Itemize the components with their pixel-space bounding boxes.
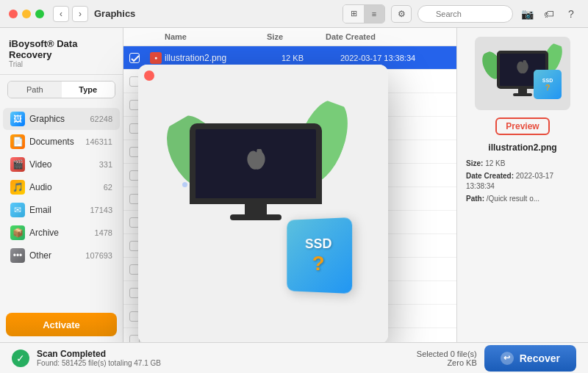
mini-ssd-question: ? (545, 83, 551, 92)
decorative-dot (182, 182, 187, 187)
path-label: Path: (466, 195, 484, 203)
size-label: Size: (466, 159, 483, 167)
activate-button[interactable]: Activate (6, 313, 117, 336)
category-count-archive: 1478 (95, 228, 112, 237)
app-trial: Trial (9, 60, 114, 68)
file-info-size: Size: 12 KB (466, 159, 579, 169)
documents-icon: 📄 (10, 134, 25, 149)
preview-thumbnail: SSD ? (475, 37, 570, 110)
category-name-archive: Archive (29, 228, 95, 238)
sidebar-item-audio[interactable]: 🎵 Audio 62 (3, 176, 120, 198)
file-area: Name Size Date Created ● illustration2.p… (123, 28, 457, 342)
back-button[interactable]: ‹ (53, 6, 69, 22)
monitor-screen (190, 123, 322, 204)
category-count-email: 17143 (90, 206, 112, 214)
file-info: illustration2.png Size: 12 KB Date Creat… (466, 142, 579, 206)
search-input[interactable] (417, 5, 513, 23)
file-info-path: Path: /Quick result o... (466, 194, 579, 204)
recover-icon: ↩ (501, 352, 514, 365)
monitor-stand (245, 204, 267, 214)
sidebar-item-email[interactable]: ✉ Email 17143 (3, 199, 120, 221)
preview-image-area: SSD ? (138, 65, 388, 342)
recover-button[interactable]: ↩ Recover (484, 345, 576, 372)
scan-subtitle: Found: 581425 file(s) totaling 47.1 GB (37, 359, 161, 367)
tab-switch: Path Type (7, 81, 115, 98)
ssd-question-mark: ? (312, 251, 325, 275)
date-label: Date Created: (466, 172, 514, 180)
sidebar: iBoysoft® Data Recovery Trial Path Type … (0, 28, 123, 342)
category-count-documents: 146311 (85, 137, 112, 146)
category-count-video: 331 (99, 160, 112, 169)
search-wrapper: 🔍 (417, 5, 513, 23)
email-icon: ✉ (10, 203, 25, 217)
tag-icon[interactable]: 🏷 (541, 6, 557, 22)
view-list-button[interactable]: ≡ (364, 5, 384, 23)
filter-button[interactable]: ⚙ (391, 5, 412, 23)
nav-arrows: ‹ › (53, 6, 88, 22)
category-name-email: Email (29, 205, 90, 215)
preview-button[interactable]: Preview (495, 117, 549, 135)
mini-ssd-text: SSD (542, 78, 553, 83)
camera-icon[interactable]: 📷 (519, 6, 535, 22)
window-controls (9, 10, 44, 18)
category-name-other: Other (29, 250, 85, 261)
video-icon: 🎬 (10, 157, 25, 172)
category-name-video: Video (29, 159, 99, 170)
preview-popup: SSD ? (138, 65, 388, 342)
selected-count: Selected 0 file(s) (417, 350, 477, 358)
ssd-label: SSD (305, 236, 331, 252)
minimize-button[interactable] (22, 10, 31, 18)
recover-label: Recover (520, 352, 560, 364)
sidebar-item-other[interactable]: ••• Other 107693 (3, 245, 120, 267)
file-table-header: Name Size Date Created (123, 28, 456, 46)
col-header-name: Name (165, 32, 267, 41)
maximize-button[interactable] (35, 10, 44, 18)
category-count-other: 107693 (85, 251, 112, 260)
mini-base (513, 93, 532, 96)
file-info-name: illustration2.png (466, 142, 579, 153)
file-size: 12 KB (282, 54, 340, 62)
file-name: illustration2.png (165, 53, 282, 63)
sidebar-item-video[interactable]: 🎬 Video 331 (3, 153, 120, 175)
selected-size: Zero KB (417, 358, 477, 367)
scan-title: Scan Completed (37, 349, 161, 359)
scan-complete-icon: ✓ (12, 350, 29, 367)
right-panel: SSD ? Preview illustration2.png Size: 12… (457, 28, 588, 342)
row-checkbox[interactable] (129, 53, 140, 63)
tab-type[interactable]: Type (62, 82, 115, 98)
sidebar-item-archive[interactable]: 📦 Archive 1478 (3, 222, 120, 244)
category-count-audio: 62 (104, 183, 112, 192)
mini-ssd: SSD ? (534, 70, 562, 99)
category-name-audio: Audio (29, 182, 104, 192)
apple-logo (243, 149, 269, 178)
file-type-icon: ● (150, 52, 162, 64)
app-name: iBoysoft® Data Recovery (9, 38, 114, 60)
toolbar-icons: 📷 🏷 ? (519, 6, 579, 22)
category-count-graphics: 62248 (90, 115, 112, 123)
monitor-base (230, 214, 282, 220)
window-title: Graphics (94, 8, 135, 19)
preview-close-button[interactable] (144, 70, 154, 81)
mac-illustration: SSD ? (160, 94, 366, 314)
mini-apple-logo (514, 60, 531, 79)
forward-button[interactable]: › (72, 6, 88, 22)
selected-info: Selected 0 file(s) Zero KB (417, 350, 477, 367)
view-toggle: ⊞ ≡ (343, 4, 385, 23)
ssd-box: SSD ? (287, 217, 352, 294)
file-date: 2022-03-17 13:38:34 (340, 54, 451, 62)
tab-path[interactable]: Path (8, 82, 62, 98)
scan-status-text: Scan Completed Found: 581425 file(s) tot… (37, 349, 161, 367)
archive-icon: 📦 (10, 225, 25, 240)
mac-monitor (190, 123, 322, 226)
category-name-documents: Documents (29, 137, 85, 147)
file-info-date: Date Created: 2022-03-17 13:38:34 (466, 171, 579, 192)
close-button[interactable] (9, 10, 18, 18)
category-name-graphics: Graphics (29, 114, 90, 124)
view-grid-button[interactable]: ⊞ (343, 5, 364, 23)
sidebar-item-graphics[interactable]: 🖼 Graphics 62248 (3, 108, 120, 130)
help-icon[interactable]: ? (563, 6, 579, 22)
main-layout: iBoysoft® Data Recovery Trial Path Type … (0, 28, 588, 342)
other-icon: ••• (10, 248, 25, 263)
size-value: 12 KB (485, 159, 505, 167)
sidebar-item-documents[interactable]: 📄 Documents 146311 (3, 131, 120, 153)
